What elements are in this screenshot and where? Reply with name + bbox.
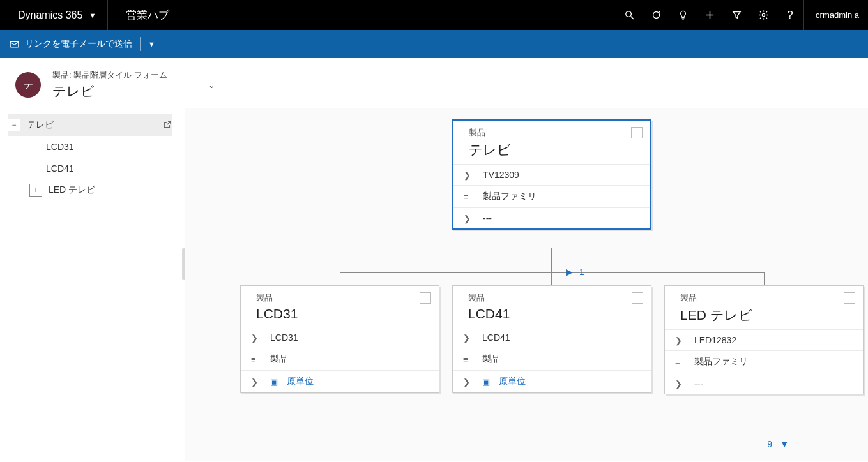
avatar-letter: テ <box>24 79 33 91</box>
tile-action-icon[interactable] <box>844 292 855 304</box>
mail-icon <box>9 39 20 50</box>
tile-title: LCD31 <box>241 306 439 327</box>
footer-pager[interactable]: 9 ▼ <box>767 439 789 449</box>
svg-point-0 <box>625 11 631 17</box>
brand-label: Dynamics 365 <box>18 10 82 21</box>
email-link-label: リンクを電子メールで送信 <box>25 38 132 50</box>
page-title: テレビ <box>52 82 167 100</box>
tile-type-label: 製品 <box>468 292 485 304</box>
form-selector[interactable]: ⌄ <box>208 80 215 90</box>
chevron-down-icon: ⌄ <box>208 80 215 90</box>
target-icon[interactable] <box>643 0 669 30</box>
hierarchy-tile-child[interactable]: 製品 LED テレビ ❯ LED12832 ≡ 製品ファミリ ❯ --- <box>664 285 864 394</box>
svg-point-2 <box>653 12 659 19</box>
tile-id: LCD41 <box>482 332 510 343</box>
command-bar: リンクを電子メールで送信 ▼ <box>0 30 868 58</box>
tile-unit[interactable]: 原単位 <box>287 376 314 387</box>
tile-id: LCD31 <box>270 332 298 343</box>
email-link-dropdown[interactable]: ▼ <box>148 40 155 48</box>
tree-child-row[interactable]: LCD41 <box>8 158 172 179</box>
expand-icon[interactable]: + <box>29 184 42 197</box>
chevron-down-icon: ▼ <box>89 11 96 19</box>
tag-icon: ❯ <box>463 333 473 343</box>
tile-unit[interactable]: 原単位 <box>499 376 526 387</box>
global-icons: ? <box>616 0 803 30</box>
user-menu[interactable]: crmadmin a <box>803 0 868 30</box>
tile-action-icon[interactable] <box>632 292 643 304</box>
tile-type: 製品 <box>270 354 288 365</box>
tile-type: 製品 <box>482 354 500 365</box>
connector-line <box>551 248 552 272</box>
tree-child-row[interactable]: + LED テレビ <box>8 179 172 201</box>
tile-unit: --- <box>694 378 703 389</box>
list-icon: ≡ <box>463 355 473 364</box>
connector-line <box>340 272 340 285</box>
list-icon: ≡ <box>464 192 474 202</box>
search-icon[interactable] <box>616 0 643 30</box>
connector-line <box>764 272 765 285</box>
tile-type-label: 製品 <box>256 292 273 304</box>
tag-icon: ❯ <box>251 377 261 387</box>
brand-menu[interactable]: Dynamics 365 ▼ <box>0 0 107 30</box>
tree-child-label: LCD31 <box>29 142 172 152</box>
content-area: − テレビ LCD31 LCD41 + LED テレビ 製品 テレビ <box>0 108 868 461</box>
pager-current: 1 <box>579 267 584 277</box>
tile-title: LCD41 <box>453 306 651 327</box>
connector-line <box>340 272 764 273</box>
tile-action-icon[interactable] <box>631 127 643 138</box>
email-link-command[interactable]: リンクを電子メールで送信 <box>9 38 132 50</box>
help-icon[interactable]: ? <box>777 0 803 30</box>
hierarchy-tile-child[interactable]: 製品 LCD31 ❯ LCD31 ≡ 製品 ❯ ▣ 原単位 <box>240 285 439 393</box>
popout-icon[interactable] <box>163 120 172 131</box>
tag-icon: ❯ <box>464 170 474 180</box>
sibling-pager[interactable]: ▶ 1 <box>566 267 584 277</box>
filter-icon[interactable] <box>723 0 750 30</box>
user-label: crmadmin a <box>816 10 859 20</box>
hierarchy-canvas: 製品 テレビ ❯ TV12309 ≡ 製品ファミリ ❯ --- ▶ <box>185 108 868 461</box>
app-name[interactable]: 営業ハブ <box>107 0 187 30</box>
app-label: 営業ハブ <box>126 8 169 22</box>
svg-point-5 <box>762 13 765 16</box>
tag-icon: ❯ <box>464 214 474 223</box>
footer-pager-total: 9 <box>767 439 772 449</box>
triangle-down-icon: ▼ <box>780 439 789 449</box>
hierarchy-tile-child[interactable]: 製品 LCD41 ❯ LCD41 ≡ 製品 ❯ ▣ 原単位 <box>452 285 651 393</box>
tree-root-label: テレビ <box>27 119 156 131</box>
tile-title: テレビ <box>453 141 650 164</box>
hierarchy-tree: − テレビ LCD31 LCD41 + LED テレビ <box>0 108 185 461</box>
settings-icon[interactable] <box>750 0 777 30</box>
tag-icon: ❯ <box>675 336 685 345</box>
triangle-right-icon: ▶ <box>566 267 573 277</box>
tile-type: 製品ファミリ <box>694 356 748 368</box>
tile-type-label: 製品 <box>680 292 697 304</box>
unit-icon: ▣ <box>270 377 278 387</box>
tile-type: 製品ファミリ <box>483 191 537 202</box>
tree-root-row[interactable]: − テレビ <box>8 114 172 136</box>
list-icon: ≡ <box>251 355 261 364</box>
tile-type-label: 製品 <box>469 127 485 138</box>
tile-action-icon[interactable] <box>420 292 431 304</box>
tag-icon: ❯ <box>675 379 685 389</box>
collapse-icon[interactable]: − <box>8 119 20 131</box>
hierarchy-tile-parent[interactable]: 製品 テレビ ❯ TV12309 ≡ 製品ファミリ ❯ --- <box>452 119 651 230</box>
tile-title: LED テレビ <box>665 306 863 329</box>
bulb-icon[interactable] <box>669 0 696 30</box>
list-icon: ≡ <box>675 357 685 367</box>
tree-child-row[interactable]: LCD31 <box>8 136 172 158</box>
cmd-separator <box>140 37 141 51</box>
connector-line <box>551 272 552 285</box>
tag-icon: ❯ <box>251 333 261 343</box>
avatar: テ <box>15 72 41 98</box>
tile-id: LED12832 <box>694 335 736 345</box>
add-icon[interactable] <box>696 0 723 30</box>
tree-child-label: LCD41 <box>29 163 172 174</box>
tile-id: TV12309 <box>483 170 519 180</box>
global-nav-bar: Dynamics 365 ▼ 営業ハブ ? crmadmin a <box>0 0 868 30</box>
tree-child-label: LED テレビ <box>49 184 172 196</box>
record-header: テ 製品: 製品階層タイル フォーム テレビ ⌄ <box>0 58 868 108</box>
svg-line-1 <box>630 17 633 19</box>
unit-icon: ▣ <box>482 377 490 387</box>
tag-icon: ❯ <box>463 377 473 387</box>
chevron-down-icon: ▼ <box>148 40 155 48</box>
breadcrumb: 製品: 製品階層タイル フォーム <box>52 70 167 81</box>
